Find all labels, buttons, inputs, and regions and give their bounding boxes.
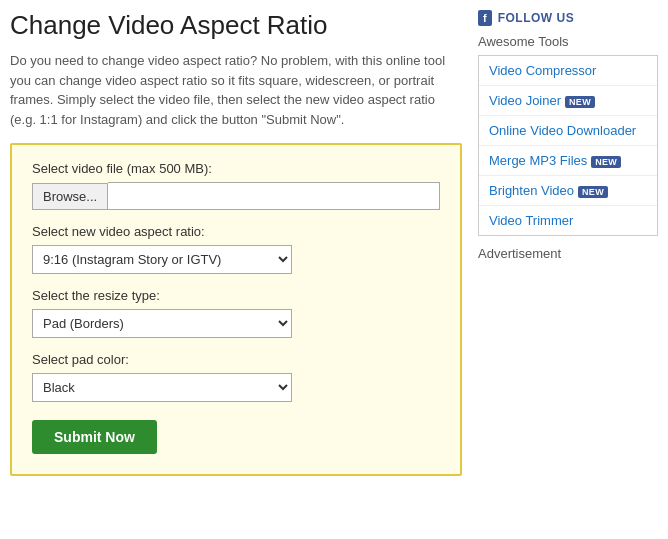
pad-color-select[interactable]: BlackWhiteBlur xyxy=(32,373,292,402)
resize-label: Select the resize type: xyxy=(32,288,440,303)
resize-select[interactable]: Pad (Borders)CropStretch xyxy=(32,309,292,338)
submit-button[interactable]: Submit Now xyxy=(32,420,157,454)
file-group: Select video file (max 500 MB): Browse..… xyxy=(32,161,440,210)
pad-color-group: Select pad color: BlackWhiteBlur xyxy=(32,352,440,402)
new-badge: NEW xyxy=(565,96,595,108)
main-content: Change Video Aspect Ratio Do you need to… xyxy=(10,10,462,476)
tools-list-container: Video CompressorVideo JoinerNEWOnline Vi… xyxy=(478,55,658,236)
follow-us-header: f FOLLOW US xyxy=(478,10,658,26)
list-item[interactable]: Online Video Downloader xyxy=(479,116,657,146)
facebook-icon: f xyxy=(478,10,492,26)
advertisement-label: Advertisement xyxy=(478,246,658,261)
tools-list: Video CompressorVideo JoinerNEWOnline Vi… xyxy=(479,56,657,235)
page-description: Do you need to change video aspect ratio… xyxy=(10,51,462,129)
list-item[interactable]: Brighten VideoNEW xyxy=(479,176,657,206)
list-item[interactable]: Video Compressor xyxy=(479,56,657,86)
browse-button[interactable]: Browse... xyxy=(32,183,108,210)
sidebar: f FOLLOW US Awesome Tools Video Compress… xyxy=(478,10,658,476)
file-label: Select video file (max 500 MB): xyxy=(32,161,440,176)
list-item[interactable]: Video JoinerNEW xyxy=(479,86,657,116)
file-name-display xyxy=(108,182,440,210)
aspect-ratio-select[interactable]: 9:16 (Instagram Story or IGTV)1:1 (Squar… xyxy=(32,245,292,274)
list-item[interactable]: Video Trimmer xyxy=(479,206,657,235)
page-title: Change Video Aspect Ratio xyxy=(10,10,462,41)
new-badge: NEW xyxy=(591,156,621,168)
follow-label: FOLLOW US xyxy=(498,11,575,25)
list-item[interactable]: Merge MP3 FilesNEW xyxy=(479,146,657,176)
pad-color-label: Select pad color: xyxy=(32,352,440,367)
awesome-tools-label: Awesome Tools xyxy=(478,34,658,49)
aspect-ratio-label: Select new video aspect ratio: xyxy=(32,224,440,239)
new-badge: NEW xyxy=(578,186,608,198)
aspect-ratio-group: Select new video aspect ratio: 9:16 (Ins… xyxy=(32,224,440,274)
form-box: Select video file (max 500 MB): Browse..… xyxy=(10,143,462,476)
file-input-row: Browse... xyxy=(32,182,440,210)
resize-group: Select the resize type: Pad (Borders)Cro… xyxy=(32,288,440,338)
